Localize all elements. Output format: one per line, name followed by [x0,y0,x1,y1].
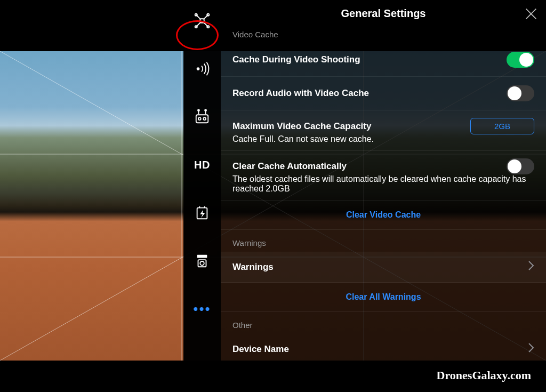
section-video-cache: Video Cache [221,21,546,43]
capacity-button[interactable]: 2GB [470,118,534,134]
svg-point-15 [205,109,206,111]
toggle-cache-during-shooting[interactable] [507,52,534,68]
svg-point-24 [200,261,204,266]
clear-all-warnings-button[interactable]: Clear All Warnings [221,283,546,312]
svg-rect-22 [197,255,207,258]
drone-icon[interactable] [193,12,211,30]
row-cache-during-shooting: Cache During Video Shooting [221,43,546,77]
svg-rect-6 [200,19,204,23]
page-title: General Settings [221,0,546,20]
chevron-right-icon [528,260,534,274]
svg-point-17 [198,117,201,120]
row-record-audio: Record Audio with Video Cache [221,77,546,110]
more-icon[interactable]: ••• [193,300,211,318]
signal-icon[interactable] [193,60,211,78]
toggle-clear-auto[interactable] [507,158,534,174]
label-device-name: Device Name [232,344,289,355]
row-device-name[interactable]: Device Name [221,334,546,364]
label-record-audio: Record Audio with Video Cache [232,88,369,99]
cache-full-message: Cache Full. Can not save new cache. [232,134,534,144]
row-max-capacity: Maximum Video Cache Capacity 2GB Cache F… [221,110,546,151]
hd-icon[interactable]: HD [193,156,211,174]
settings-panel: HD ••• General Settings [183,0,546,392]
controller-icon[interactable] [193,108,211,126]
row-clear-auto: Clear Cache Automatically The oldest cac… [221,151,546,201]
svg-point-14 [198,109,199,111]
label-cache-during-shooting: Cache During Video Shooting [232,54,360,65]
desc-clear-auto: The oldest cached files will automatical… [232,174,534,194]
svg-point-18 [203,117,206,120]
section-warnings: Warnings [221,230,546,252]
label-max-capacity: Maximum Video Cache Capacity [232,121,371,132]
row-warnings[interactable]: Warnings [221,252,546,283]
svg-point-11 [197,67,200,70]
clear-video-cache-button[interactable]: Clear Video Cache [221,201,546,230]
chevron-right-icon [528,342,534,356]
label-clear-auto: Clear Cache Automatically [232,161,347,172]
label-warnings: Warnings [232,262,274,273]
toggle-record-audio[interactable] [507,85,534,101]
settings-icon-rail: HD ••• [183,0,221,392]
watermark: DronesGalaxy.com [437,369,531,382]
close-icon[interactable] [524,6,539,21]
battery-icon[interactable] [193,204,211,222]
gimbal-icon[interactable] [193,252,211,270]
section-other: Other [221,312,546,334]
